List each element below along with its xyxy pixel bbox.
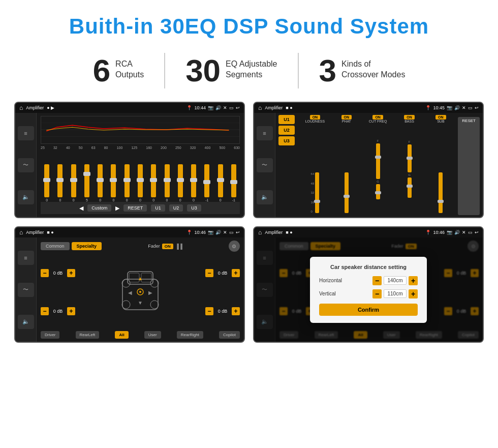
on-bass[interactable]: ON bbox=[404, 115, 415, 120]
speaker-icon-btn-2[interactable]: 🔈 bbox=[257, 190, 273, 204]
app-name-2: Amplifier bbox=[265, 105, 283, 110]
btn-rearleft[interactable]: RearLeft bbox=[76, 331, 100, 339]
btn-user[interactable]: User bbox=[144, 331, 161, 339]
horizontal-control: − 140cm + bbox=[372, 276, 418, 285]
vertical-plus-btn[interactable]: + bbox=[409, 289, 418, 298]
plus-btn-tr[interactable]: + bbox=[232, 269, 240, 277]
time-4: 10:46 bbox=[433, 230, 445, 235]
horizontal-minus-btn[interactable]: − bbox=[372, 276, 382, 285]
speaker-icon-btn[interactable]: 🔈 bbox=[18, 190, 34, 204]
eq-fader-14[interactable]: -1 bbox=[231, 164, 236, 202]
horizontal-value: 140cm bbox=[384, 276, 407, 285]
svg-text:▼: ▼ bbox=[138, 300, 143, 306]
speaker-icon-btn-3[interactable]: 🔈 bbox=[18, 315, 34, 329]
reset-btn-2[interactable]: RESET bbox=[458, 117, 480, 215]
minus-btn-br[interactable]: − bbox=[205, 307, 213, 315]
svg-text:◀: ◀ bbox=[128, 290, 132, 295]
status-bar-4: ⌂ Amplifier ■ ● 📍 10:46 📷 🔊 ✕ ▭ ↩ bbox=[254, 227, 483, 237]
fader-label: Fader bbox=[148, 244, 160, 249]
fader-bottom-btns: Driver RearLeft All User RearRight Copil… bbox=[41, 331, 240, 339]
vertical-minus-btn[interactable]: − bbox=[372, 289, 382, 298]
stat-eq: 30 EQ Adjustable Segments bbox=[165, 55, 297, 86]
btn-rearright[interactable]: RearRight bbox=[177, 331, 203, 339]
tab-common-3[interactable]: Common bbox=[41, 242, 70, 250]
btn-copilot[interactable]: Copilot bbox=[219, 331, 240, 339]
wave-icon-btn-2[interactable]: 〜 bbox=[257, 158, 273, 172]
eq-fader-6[interactable]: 0 bbox=[124, 164, 130, 202]
eq-fader-3[interactable]: 5 bbox=[84, 164, 89, 202]
eq-fader-0[interactable]: 0 bbox=[44, 164, 49, 202]
next-btn[interactable]: ▶ bbox=[115, 205, 119, 212]
horizontal-plus-btn[interactable]: + bbox=[409, 276, 418, 285]
minus-btn-tr[interactable]: − bbox=[205, 269, 213, 277]
status-bar-2: ⌂ Amplifier ■ ● 📍 10:45 📷 🔊 ✕ ▭ ↩ bbox=[254, 103, 483, 113]
minus-btn-bl[interactable]: − bbox=[41, 307, 49, 315]
fader-on-badge[interactable]: ON bbox=[162, 244, 173, 249]
minus-btn-tl[interactable]: − bbox=[41, 269, 49, 277]
plus-btn-bl[interactable]: + bbox=[67, 307, 75, 315]
tab-specialty-3[interactable]: Specialty bbox=[72, 242, 102, 250]
eq-fader-1[interactable]: 0 bbox=[57, 164, 63, 202]
settings-icon[interactable]: ⚙ bbox=[229, 241, 240, 252]
fader-body: − 0 dB + − 0 dB + bbox=[41, 255, 240, 329]
eq-chart bbox=[41, 116, 240, 144]
crossover-presets: U1 U2 U3 bbox=[278, 115, 295, 215]
eq-fader-10[interactable]: 0 bbox=[178, 164, 183, 202]
wave-icon-btn[interactable]: 〜 bbox=[18, 158, 34, 172]
cam-icon-3: 📷 bbox=[208, 230, 213, 235]
eq-fader-11[interactable]: 0 bbox=[191, 164, 196, 202]
eq-fader-4[interactable]: 0 bbox=[98, 164, 103, 202]
on-phat[interactable]: ON bbox=[341, 115, 352, 120]
eq-bottom-bar: ◀ Custom ▶ RESET U1 U2 U3 bbox=[41, 202, 240, 214]
custom-btn[interactable]: Custom bbox=[87, 204, 111, 212]
on-sub[interactable]: ON bbox=[435, 115, 446, 120]
u2-btn-1[interactable]: U2 bbox=[169, 204, 183, 212]
eq-fader-7[interactable]: 0 bbox=[138, 164, 143, 202]
status-bar-1: ⌂ Amplifier ● ▶ 📍 10:44 📷 🔊 ✕ ▭ ↩ bbox=[15, 103, 244, 113]
rect-icon-3: ▭ bbox=[229, 230, 234, 235]
eq-icon-btn[interactable]: ≡ bbox=[18, 126, 34, 140]
eq-fader-9[interactable]: 0 bbox=[165, 164, 170, 202]
preset-u3[interactable]: U3 bbox=[278, 136, 295, 145]
eq-fader-5[interactable]: 0 bbox=[111, 164, 116, 202]
back-icon: ↩ bbox=[236, 105, 240, 110]
label-loudness: LOUDNESS bbox=[305, 120, 325, 123]
plus-btn-br[interactable]: + bbox=[232, 307, 240, 315]
stats-row: 6 RCA Outputs 30 EQ Adjustable Segments … bbox=[0, 48, 498, 98]
btn-driver[interactable]: Driver bbox=[41, 331, 59, 339]
ch-loudness: ON LOUDNESS 644832160 bbox=[300, 115, 330, 215]
preset-u1[interactable]: U1 bbox=[278, 115, 295, 124]
eq-fader-8[interactable]: 0 bbox=[151, 164, 156, 202]
confirm-button[interactable]: Confirm bbox=[319, 304, 418, 316]
reset-btn-1[interactable]: RESET bbox=[123, 204, 147, 212]
u1-btn-1[interactable]: U1 bbox=[151, 204, 165, 212]
back-icon-4: ↩ bbox=[475, 230, 479, 235]
screen-eq: ⌂ Amplifier ● ▶ 📍 10:44 📷 🔊 ✕ ▭ ↩ ≡ 〜 🔈 bbox=[14, 102, 245, 218]
pin-icon-4: 📍 bbox=[425, 230, 431, 235]
eq-icon-btn-2[interactable]: ≡ bbox=[257, 126, 273, 140]
dialog-row-horizontal: Horizontal − 140cm + bbox=[319, 276, 418, 285]
wave-icon-btn-3[interactable]: 〜 bbox=[18, 283, 34, 297]
page-title: Buith-in 30EQ DSP Sound System bbox=[0, 0, 498, 48]
pin-icon-2: 📍 bbox=[425, 105, 431, 110]
ch-bass: ON BASS F G bbox=[394, 115, 425, 215]
crossover-channels-row: ON LOUDNESS 644832160 ON PHAT bbox=[300, 115, 456, 215]
eq-fader-13[interactable]: 0 bbox=[218, 164, 223, 202]
ch-phat: ON PHAT bbox=[331, 115, 362, 215]
eq-fader-12[interactable]: -1 bbox=[204, 164, 209, 202]
stat-text-rca: RCA Outputs bbox=[115, 55, 144, 80]
btn-all[interactable]: All bbox=[115, 331, 128, 339]
plus-btn-tl[interactable]: + bbox=[67, 269, 75, 277]
rect-icon: ▭ bbox=[229, 105, 234, 110]
u3-btn-1[interactable]: U3 bbox=[187, 204, 201, 212]
prev-btn[interactable]: ◀ bbox=[79, 205, 83, 212]
dialog-title: Car speaker distance setting bbox=[319, 264, 418, 270]
on-cutfreq[interactable]: ON bbox=[372, 115, 383, 120]
vertical-value: 110cm bbox=[384, 289, 407, 298]
preset-u2[interactable]: U2 bbox=[278, 126, 295, 135]
eq-icon-btn-3[interactable]: ≡ bbox=[18, 251, 34, 265]
vol-icon-4: 🔊 bbox=[454, 230, 460, 235]
pin-icon-3: 📍 bbox=[186, 230, 192, 235]
on-loudness[interactable]: ON bbox=[310, 115, 321, 120]
eq-fader-2[interactable]: 0 bbox=[71, 164, 76, 202]
